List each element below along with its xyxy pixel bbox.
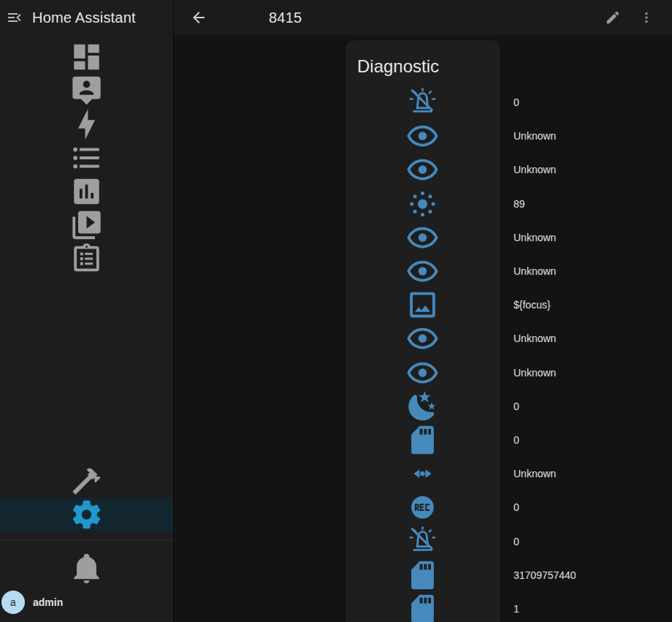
entity-state: 89 bbox=[513, 198, 525, 210]
diagnostic-card: Diagnostic Alarm Muted 0 Alarm Se… Unkno… bbox=[345, 40, 500, 622]
back-button[interactable] bbox=[190, 9, 207, 26]
sidebar-item-logbook[interactable]: Logbook bbox=[0, 141, 173, 175]
eye-icon bbox=[357, 322, 488, 355]
cog-icon bbox=[6, 498, 167, 531]
entity-row[interactable]: Night Mode 0 bbox=[357, 390, 488, 423]
entity-state: ${focus} bbox=[513, 299, 551, 311]
sidebar-bottom-nav: Developer tools Settings bbox=[0, 464, 173, 531]
eye-icon bbox=[357, 119, 488, 153]
entity-row[interactable]: Alarm Muted 0 bbox=[357, 86, 488, 119]
sd-card-icon bbox=[357, 558, 488, 592]
record-rec-icon bbox=[357, 490, 488, 524]
sidebar-item-developer-tools[interactable]: Developer tools bbox=[0, 464, 173, 498]
weather-night-icon bbox=[357, 390, 488, 423]
alarm-light-off-icon bbox=[357, 524, 488, 558]
sidebar-item-todo-lists[interactable]: To-do lists bbox=[0, 242, 173, 276]
play-box-multiple-icon bbox=[6, 208, 167, 242]
tooltip-account-icon bbox=[6, 74, 167, 107]
eye-icon bbox=[357, 221, 488, 254]
entity-row[interactable]: Manual O… Unknown bbox=[357, 322, 488, 355]
entity-row[interactable]: Alarm Se… Unknown bbox=[357, 119, 488, 153]
entity-row[interactable]: Remaining Alarm … 0 bbox=[357, 524, 488, 558]
bell-icon bbox=[6, 551, 167, 585]
entity-row[interactable]: SD Status 1 bbox=[357, 592, 488, 622]
image-icon bbox=[357, 288, 488, 322]
edit-dashboard-button[interactable] bbox=[605, 10, 621, 26]
entity-row[interactable]: Pan Posit… Unknown bbox=[357, 457, 488, 490]
sidebar-item-notifications[interactable]: Notifications bbox=[0, 551, 173, 585]
sidebar-item-profile[interactable]: a admin bbox=[0, 585, 173, 620]
sd-card-icon bbox=[357, 423, 488, 457]
page-title: 8415 bbox=[269, 0, 302, 35]
sidebar-item-history[interactable]: History bbox=[0, 175, 173, 208]
entity-row[interactable]: Recording Status 0 bbox=[357, 490, 488, 524]
sidebar-toggle-button[interactable] bbox=[6, 9, 23, 26]
overflow-menu-button[interactable] bbox=[638, 10, 654, 26]
entity-state: 0 bbox=[513, 401, 519, 412]
entity-rows: Alarm Muted 0 Alarm Se… Unknown Alarm Se… bbox=[357, 86, 488, 622]
format-list-bulleted-icon bbox=[6, 141, 167, 175]
entity-state: 0 bbox=[513, 536, 519, 547]
entity-state: Unknown bbox=[513, 367, 556, 379]
avatar: a bbox=[1, 591, 25, 614]
pencil-icon bbox=[605, 10, 621, 26]
lightning-bolt-icon bbox=[6, 107, 167, 141]
entity-row[interactable]: SD S… 31709757440 bbox=[357, 558, 488, 592]
brightness-icon bbox=[357, 187, 488, 221]
chart-box-icon bbox=[6, 175, 167, 208]
sidebar-divider bbox=[0, 539, 173, 540]
eye-icon bbox=[357, 153, 488, 186]
entity-row[interactable]: Manual O… Unknown bbox=[357, 356, 488, 390]
profile-label: admin bbox=[33, 596, 63, 608]
entity-row[interactable]: Focus Pos… ${focus} bbox=[357, 288, 488, 322]
entity-row[interactable]: Number of Recor… 0 bbox=[357, 423, 488, 457]
sidebar-nav: Overview Map Energy Logbook History Medi… bbox=[0, 35, 173, 276]
pan-horizontal-icon bbox=[357, 457, 488, 490]
app-title: Home Assistant bbox=[32, 10, 136, 26]
dashboard-view: Diagnostic Alarm Muted 0 Alarm Se… Unkno… bbox=[174, 35, 672, 622]
sd-card-icon bbox=[357, 592, 488, 622]
entity-state: 0 bbox=[513, 96, 519, 108]
clipboard-list-icon bbox=[6, 242, 167, 276]
alarm-light-off-icon bbox=[357, 86, 488, 119]
view-dashboard-icon bbox=[6, 40, 167, 74]
sidebar-spacer bbox=[0, 276, 173, 464]
sidebar-item-settings[interactable]: Settings bbox=[0, 498, 173, 531]
menu-open-icon bbox=[6, 9, 23, 26]
entity-row[interactable]: Detected … Unknown bbox=[357, 221, 488, 254]
entity-state: 1 bbox=[513, 603, 519, 615]
arrow-left-icon bbox=[190, 9, 207, 26]
entity-state: 0 bbox=[513, 501, 519, 513]
card-title: Diagnostic bbox=[357, 55, 488, 78]
entity-state: Unknown bbox=[513, 130, 556, 142]
sidebar-item-map[interactable]: Map bbox=[0, 74, 173, 107]
home-assistant-window: 8415 Home Assistant Overview Map bbox=[0, 0, 672, 622]
entity-state: Unknown bbox=[513, 164, 556, 175]
eye-icon bbox=[357, 254, 488, 288]
entity-state: Unknown bbox=[513, 232, 556, 243]
entity-state: Unknown bbox=[513, 265, 556, 277]
sidebar-header: Home Assistant bbox=[0, 0, 173, 35]
dots-vertical-icon bbox=[638, 10, 654, 26]
entity-row[interactable]: Detected … Unknown bbox=[357, 254, 488, 288]
sidebar-item-overview[interactable]: Overview bbox=[0, 40, 173, 74]
entity-state: Unknown bbox=[513, 333, 556, 344]
hammer-icon bbox=[6, 464, 167, 498]
sidebar-item-energy[interactable]: Energy bbox=[0, 107, 173, 141]
eye-icon bbox=[357, 356, 488, 390]
sidebar-item-media[interactable]: Media bbox=[0, 208, 173, 242]
entity-row[interactable]: Alarm Se… Unknown bbox=[357, 153, 488, 186]
entity-state: 0 bbox=[513, 434, 519, 446]
entity-state: Unknown bbox=[513, 468, 556, 479]
sidebar: Home Assistant Overview Map Energy Logbo… bbox=[0, 0, 174, 622]
entity-state: 31709757440 bbox=[513, 569, 576, 581]
entity-row[interactable]: Current Brightne… 89 bbox=[357, 187, 488, 221]
